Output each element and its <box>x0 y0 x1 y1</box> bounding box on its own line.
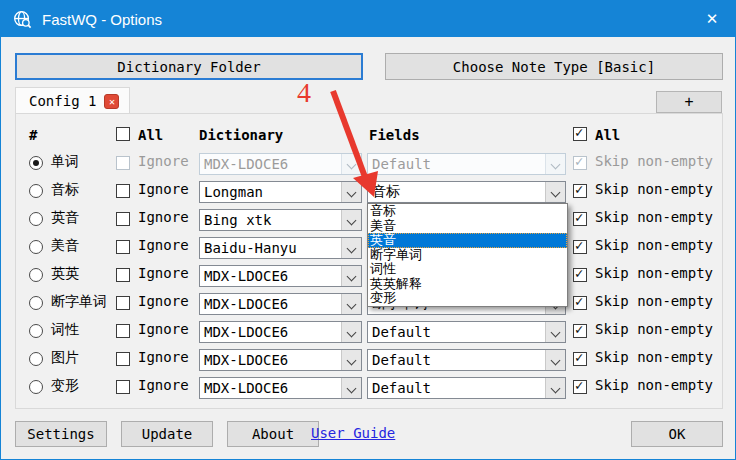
settings-button[interactable]: Settings <box>15 421 107 447</box>
dictionary-select[interactable]: Bing xtk <box>199 209 362 231</box>
chevron-down-icon <box>545 182 565 202</box>
chevron-down-icon <box>341 294 361 314</box>
chevron-down-icon <box>545 322 565 342</box>
tab-config-1[interactable]: Config 1 ✕ <box>15 87 130 114</box>
app-globe-search-icon <box>12 9 33 30</box>
inflection-radio[interactable] <box>29 380 43 394</box>
dictionary-select[interactable]: MDX-LDOCE6 <box>199 349 362 371</box>
dictionary-select[interactable]: MDX-LDOCE6 <box>199 265 362 287</box>
ignore-checkbox <box>116 156 130 170</box>
dropdown-option[interactable]: 音标 <box>368 204 567 219</box>
chevron-down-icon <box>341 182 361 202</box>
title-bar: FastWQ - Options ✕ <box>1 1 735 37</box>
chevron-down-icon <box>341 154 361 174</box>
column-header-all-right: All <box>595 127 620 143</box>
config-row: 变形 Ignore MDX-LDOCE6 Default Skip non-em… <box>1 374 736 402</box>
skip-checkbox[interactable] <box>573 240 587 254</box>
dictionary-folder-button[interactable]: Dictionary Folder <box>15 53 363 80</box>
column-header-all-left: All <box>138 127 163 143</box>
ignore-checkbox[interactable] <box>116 268 130 282</box>
skip-label: Skip non-empty <box>595 237 713 253</box>
skip-checkbox <box>573 156 587 170</box>
skip-label: Skip non-empty <box>595 181 713 197</box>
all-skip-checkbox[interactable] <box>573 127 587 141</box>
fields-select[interactable]: Default <box>367 377 566 399</box>
ignore-checkbox[interactable] <box>116 352 130 366</box>
skip-checkbox[interactable] <box>573 212 587 226</box>
skip-label: Skip non-empty <box>595 209 713 225</box>
dictionary-select[interactable]: Baidu-Hanyu <box>199 237 362 259</box>
chevron-down-icon <box>341 350 361 370</box>
fields-select[interactable]: Default <box>367 321 566 343</box>
dictionary-select[interactable]: MDX-LDOCE6 <box>199 321 362 343</box>
skip-label: Skip non-empty <box>595 321 713 337</box>
uk-sound-radio[interactable] <box>29 212 43 226</box>
fields-select-open[interactable]: 音标 <box>367 181 566 203</box>
ignore-checkbox[interactable] <box>116 296 130 310</box>
ignore-label: Ignore <box>138 153 189 169</box>
tab-close-icon[interactable]: ✕ <box>104 94 119 109</box>
word-radio[interactable] <box>29 156 43 170</box>
row-label: 断字单词 <box>51 293 107 311</box>
config-row: 单词 Ignore MDX-LDOCE6 Default Skip non-em… <box>1 150 736 178</box>
choose-note-type-button[interactable]: Choose Note Type [Basic] <box>385 53 723 80</box>
phonetic-radio[interactable] <box>29 184 43 198</box>
add-config-tab-button[interactable]: + <box>656 91 722 113</box>
skip-checkbox[interactable] <box>573 352 587 366</box>
pos-radio[interactable] <box>29 324 43 338</box>
skip-label: Skip non-empty <box>595 377 713 393</box>
window-close-button[interactable]: ✕ <box>689 1 735 37</box>
chevron-down-icon <box>341 210 361 230</box>
en-def-radio[interactable] <box>29 268 43 282</box>
us-sound-radio[interactable] <box>29 240 43 254</box>
about-button[interactable]: About <box>227 421 319 447</box>
dictionary-select: MDX-LDOCE6 <box>199 153 362 175</box>
chevron-down-icon <box>341 238 361 258</box>
ignore-checkbox[interactable] <box>116 240 130 254</box>
chevron-down-icon <box>341 322 361 342</box>
dropdown-option-selected[interactable]: 英音 <box>368 233 567 248</box>
row-label: 变形 <box>51 377 79 395</box>
dropdown-option[interactable]: 断字单词 <box>368 248 567 263</box>
options-dialog: FastWQ - Options ✕ Dictionary Folder Cho… <box>0 0 736 460</box>
ignore-label: Ignore <box>138 349 189 365</box>
ignore-checkbox[interactable] <box>116 212 130 226</box>
ignore-checkbox[interactable] <box>116 380 130 394</box>
skip-checkbox[interactable] <box>573 296 587 310</box>
row-label: 英音 <box>51 209 79 227</box>
dropdown-option[interactable]: 美音 <box>368 219 567 234</box>
annotation-step-number: 4 <box>297 77 311 109</box>
image-radio[interactable] <box>29 352 43 366</box>
window-title: FastWQ - Options <box>42 11 689 28</box>
dropdown-option[interactable]: 词性 <box>368 262 567 277</box>
skip-checkbox[interactable] <box>573 380 587 394</box>
skip-checkbox[interactable] <box>573 268 587 282</box>
user-guide-link[interactable]: User Guide <box>311 425 395 441</box>
row-label: 词性 <box>51 321 79 339</box>
row-label: 英英 <box>51 265 79 283</box>
ignore-label: Ignore <box>138 377 189 393</box>
column-header-dictionary: Dictionary <box>199 127 283 143</box>
chevron-down-icon <box>341 378 361 398</box>
row-label: 美音 <box>51 237 79 255</box>
skip-checkbox[interactable] <box>573 184 587 198</box>
ignore-label: Ignore <box>138 209 189 225</box>
config-row: 词性 Ignore MDX-LDOCE6 Default Skip non-em… <box>1 318 736 346</box>
ok-button[interactable]: OK <box>631 421 723 447</box>
ignore-checkbox[interactable] <box>116 324 130 338</box>
skip-label: Skip non-empty <box>595 349 713 365</box>
dictionary-select[interactable]: MDX-LDOCE6 <box>199 377 362 399</box>
dropdown-option[interactable]: 变形 <box>368 291 567 306</box>
ignore-checkbox[interactable] <box>116 184 130 198</box>
chevron-down-icon <box>545 350 565 370</box>
hyphenation-radio[interactable] <box>29 296 43 310</box>
skip-label: Skip non-empty <box>595 153 713 169</box>
all-ignore-checkbox[interactable] <box>116 127 130 141</box>
fields-dropdown-popup: 音标 美音 英音 断字单词 词性 英英解释 变形 <box>367 203 568 307</box>
dictionary-select[interactable]: MDX-LDOCE6 <box>199 293 362 315</box>
fields-select[interactable]: Default <box>367 349 566 371</box>
update-button[interactable]: Update <box>121 421 213 447</box>
dictionary-select[interactable]: Longman <box>199 181 362 203</box>
skip-checkbox[interactable] <box>573 324 587 338</box>
dropdown-option[interactable]: 英英解释 <box>368 277 567 292</box>
